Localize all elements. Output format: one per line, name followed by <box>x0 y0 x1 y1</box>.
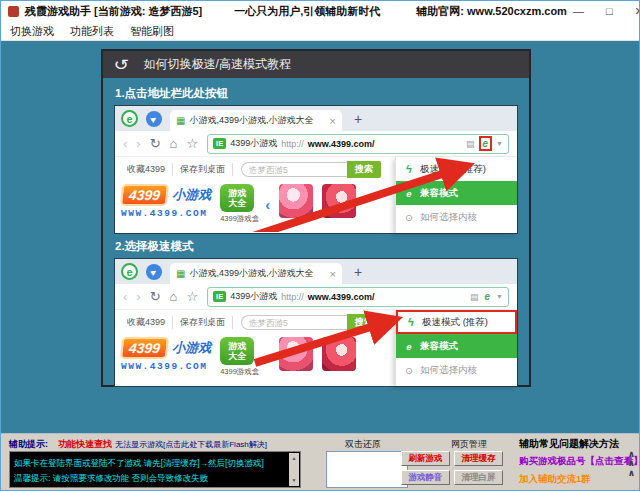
reader-mode-icon[interactable]: ▤ <box>470 292 479 302</box>
chevron-down-icon[interactable]: ▼ <box>496 293 503 300</box>
menu-item-kernel-help[interactable]: ⊙ 如何选择内核 <box>396 205 517 229</box>
save-desktop-link[interactable]: 保存到桌面 <box>173 316 233 329</box>
menu-switch-game[interactable]: 切换游戏 <box>10 24 54 39</box>
star-icon[interactable]: ☆ <box>186 137 198 150</box>
search-button[interactable]: 搜索 <box>347 314 381 331</box>
main-area: ↺ 如何切换极速/高速模式教程 1.点击地址栏此处按钮 e ▶ ▦ 小游戏,43… <box>1 41 639 434</box>
menu-item-compat-mode[interactable]: e 兼容模式 <box>396 181 517 205</box>
menu-smart-farm[interactable]: 智能刷图 <box>130 24 174 39</box>
gamebox-line2: 大全 <box>228 198 246 208</box>
restore-area[interactable] <box>326 451 408 488</box>
search-button[interactable]: 搜索 <box>347 161 381 178</box>
tips-label: 辅助提示: <box>9 438 48 451</box>
refresh-icon[interactable]: ↻ <box>150 137 161 150</box>
clear-cache-button[interactable]: 清理缓存 <box>454 451 503 466</box>
app-window: 残霞游戏助手 [当前游戏: 造梦西游5] 一心只为用户,引领辅助新时代 辅助官网… <box>0 0 640 491</box>
carousel-prev-icon[interactable]: ‹ <box>265 196 270 213</box>
search-area: 搜索 <box>241 314 381 331</box>
address-bar[interactable]: IE 4399小游戏 http:// www.4399.com/ ▤ e ▼ <box>207 134 509 154</box>
menu-bar: 切换游戏 功能列表 智能刷图 <box>1 22 639 41</box>
e-kernel-icon: e <box>404 188 414 199</box>
back-icon[interactable]: ↺ <box>113 56 129 74</box>
back-nav-icon[interactable]: ‹ <box>123 290 127 303</box>
restore-label: 双击还原 <box>345 438 381 451</box>
kernel-help-label: 如何选择内核 <box>420 211 477 224</box>
logo-site-url: WWW.4399.COM <box>121 208 211 219</box>
game-thumbnail[interactable] <box>322 337 356 371</box>
new-tab-button[interactable]: + <box>354 264 362 280</box>
browser-logo-icon: e <box>121 263 138 280</box>
game-thumbnail[interactable] <box>322 184 356 218</box>
forward-nav-icon[interactable]: › <box>136 137 140 150</box>
carousel-prev-icon[interactable]: ‹ <box>265 349 270 366</box>
browser-tab[interactable]: ▦ 小游戏,4399小游戏,小游戏大全 × <box>170 263 342 284</box>
save-desktop-link[interactable]: 保存到桌面 <box>173 163 233 176</box>
address-bar-icons: ▤ e ▼ <box>470 291 503 302</box>
refresh-game-button[interactable]: 刷新游戏 <box>401 451 450 466</box>
gamebox-logo: 游戏 大全 4399游戏盒 <box>220 337 256 377</box>
home-icon[interactable]: ⌂ <box>170 137 178 150</box>
minimize-button[interactable]: — <box>573 5 584 18</box>
tab-close-icon[interactable]: × <box>330 115 336 127</box>
scroll-down-icon[interactable]: ▼ <box>292 476 297 485</box>
compat-mode-label: 兼容模式 <box>420 340 458 353</box>
search-input[interactable] <box>241 162 347 177</box>
notice-scrollbar[interactable]: ▲ ▼ <box>289 453 299 486</box>
send-icon: ▶ <box>146 111 162 127</box>
join-group-link[interactable]: 加入辅助交流1群 <box>519 473 591 486</box>
gamebox-logo: 游戏 大全 4399游戏盒 <box>220 184 256 224</box>
clear-white-screen-button[interactable]: 清理白屏 <box>454 470 503 485</box>
browser-tab[interactable]: ▦ 小游戏,4399小游戏,小游戏大全 × <box>170 110 342 131</box>
ie-badge: IE <box>213 138 226 149</box>
search-input[interactable] <box>241 315 347 330</box>
buy-account-link[interactable]: 购买游戏极品号【点击查看】 <box>519 455 640 468</box>
notice-line: 温馨提示: 请按照要求修改功能 否则会导致修改失败 <box>14 471 286 486</box>
chevron-down-icon[interactable]: ▼ <box>496 140 503 147</box>
window-slogan: 一心只为用户,引领辅助新时代 <box>234 4 380 19</box>
mute-game-button[interactable]: 游戏静音 <box>401 470 450 485</box>
menu-function-list[interactable]: 功能列表 <box>70 24 114 39</box>
flash-download-link[interactable]: 无法显示游戏[点击此处下载最新Flash解决] <box>115 439 267 450</box>
kernel-switch-icon[interactable]: e <box>485 291 491 302</box>
address-bar[interactable]: IE 4399小游戏 http:// www.4399.com/ ▤ e ▼ <box>207 287 509 307</box>
faq-title: 辅助常见问题解决方法 <box>519 437 619 451</box>
forward-nav-icon[interactable]: › <box>136 290 140 303</box>
refresh-icon[interactable]: ↻ <box>150 290 161 303</box>
home-icon[interactable]: ⌂ <box>170 290 178 303</box>
kernel-help-label: 如何选择内核 <box>420 364 477 377</box>
new-tab-button[interactable]: + <box>354 111 362 127</box>
scroll-up-arrows[interactable]: ∧ ∧ ∧ <box>628 450 635 478</box>
kernel-switch-box[interactable]: e <box>483 291 493 302</box>
reader-mode-icon[interactable]: ▤ <box>466 139 475 149</box>
help-circle-icon: ⊙ <box>404 365 414 376</box>
browser-screenshot-2: e ▶ ▦ 小游戏,4399小游戏,小游戏大全 × + ‹ › ↻ ⌂ <box>115 259 517 386</box>
app-icon <box>8 6 19 17</box>
kernel-switch-highlight-box[interactable]: e <box>479 136 493 151</box>
gamebox-caption: 4399游戏盒 <box>220 367 256 377</box>
close-button[interactable]: ✕ <box>635 5 640 18</box>
menu-item-kernel-help[interactable]: ⊙ 如何选择内核 <box>396 358 517 382</box>
browser-content: 收藏4399 保存到桌面 搜索 4399 小游戏 <box>115 310 517 386</box>
game-thumbnail[interactable] <box>279 184 313 218</box>
menu-item-fast-mode[interactable]: ϟ 极速模式 (推荐) <box>396 157 517 181</box>
site-logo: 4399 小游戏 WWW.4399.COM <box>121 337 211 372</box>
browser-tab-bar: e ▶ ▦ 小游戏,4399小游戏,小游戏大全 × + <box>115 259 517 284</box>
maximize-button[interactable]: □ <box>606 5 613 18</box>
favorite-link[interactable]: 收藏4399 <box>120 163 173 176</box>
quick-find-link[interactable]: 功能快速查找 <box>58 438 112 451</box>
favorite-link[interactable]: 收藏4399 <box>120 316 173 329</box>
url-site-label: 4399小游戏 <box>230 137 277 150</box>
gamebox-line1: 游戏 <box>228 341 246 351</box>
menu-item-fast-mode-highlighted[interactable]: ϟ 极速模式 (推荐) <box>396 310 517 334</box>
url-prefix: http:// <box>281 139 304 149</box>
star-icon[interactable]: ☆ <box>186 290 198 303</box>
browser-toolbar: ‹ › ↻ ⌂ ☆ IE 4399小游戏 http:// www.4399.co… <box>115 284 517 310</box>
title-bar: 残霞游戏助手 [当前游戏: 造梦西游5] 一心只为用户,引领辅助新时代 辅助官网… <box>1 1 639 22</box>
back-nav-icon[interactable]: ‹ <box>123 137 127 150</box>
menu-item-compat-mode[interactable]: e 兼容模式 <box>396 334 517 358</box>
browser-content: 收藏4399 保存到桌面 搜索 4399 小游戏 <box>115 157 517 233</box>
scroll-up-icon[interactable]: ▲ <box>292 454 297 463</box>
kernel-switch-icon[interactable]: e <box>483 138 489 149</box>
game-thumbnail[interactable] <box>279 337 313 371</box>
tab-close-icon[interactable]: × <box>330 268 336 280</box>
